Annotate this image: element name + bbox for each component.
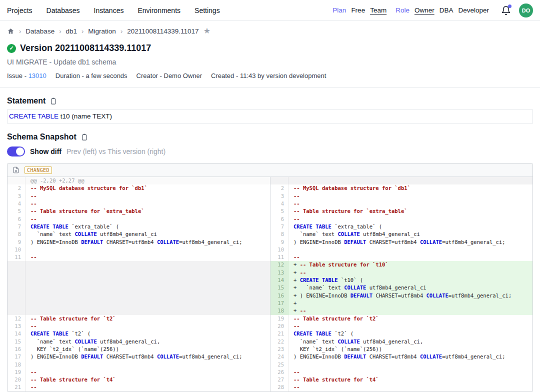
diff-line-number: 13 [270, 269, 288, 276]
code-token: -- [300, 270, 306, 276]
file-icon [12, 166, 20, 174]
duration-meta: Duration - a few seconds [56, 72, 128, 80]
nav-item-projects[interactable]: Projects [7, 6, 32, 14]
code-token: ) ENGINE=InnoDB [30, 354, 81, 360]
copy-statement-icon[interactable] [50, 98, 57, 105]
plan-options: FreeTeam [351, 6, 386, 14]
code-token: `t10` ( [338, 277, 364, 283]
code-token: -- Table structure for `t2` [30, 316, 116, 322]
diff-line-code: -- Table structure for `extra_table` [288, 208, 532, 215]
breadcrumb-item-3[interactable]: Migration [88, 28, 116, 35]
diff-line-number: 12 [270, 261, 288, 268]
diff-line-number: 4 [8, 200, 26, 208]
diff-line-code: `name` text COLLATE utf8mb4_general_ci, [288, 338, 532, 346]
code-token: -- MySQL database structure for `db1` [30, 185, 148, 191]
code-token: ) ENGINE=InnoDB [294, 354, 344, 360]
diff-row: 27-- Table structure for `t4` [270, 376, 532, 384]
issue-label: Issue - [7, 72, 26, 80]
breadcrumb-item-2[interactable]: db1 [66, 28, 77, 35]
breadcrumb-item-4[interactable]: 20211008114339.11017 [127, 28, 198, 35]
diff-row: 3-- [8, 192, 270, 200]
diff-line-code: KEY `t2_idx` (`name`(256)) [26, 346, 270, 353]
code-token: COLLATE [426, 292, 448, 298]
code-token: CREATE TABLE [30, 224, 68, 230]
code-token: CHARSET=utf8mb4 [366, 239, 420, 245]
diff-row: 19-- [8, 368, 270, 376]
code-token: -- [30, 323, 37, 329]
diff-line-number: 9 [8, 238, 26, 246]
diff-row: 17+ [270, 300, 532, 307]
diff-row: 8 `name` text COLLATE utf8mb4_general_ci [8, 230, 270, 238]
breadcrumb-item-1[interactable]: Database [26, 28, 54, 35]
diff-line-code: ) ENGINE=InnoDB DEFAULT CHARSET=utf8mb4 … [288, 353, 532, 360]
home-icon[interactable] [7, 28, 14, 35]
diff-pane-prev: @@ -2,20 +2,27 @@2-- MySQL database stru… [8, 177, 270, 392]
code-token: + [294, 270, 300, 276]
diff-line-number: 4 [270, 200, 288, 208]
copy-snapshot-icon[interactable] [80, 134, 88, 141]
toggle-knob [16, 148, 24, 156]
diff-line-number: 8 [8, 230, 26, 238]
diff-line-code: -- [26, 192, 270, 200]
role-option-dba[interactable]: DBA [440, 6, 454, 14]
diff-row: 6-- [270, 216, 532, 223]
diff-row: 6-- [8, 216, 270, 223]
notification-bell-icon[interactable] [501, 6, 511, 16]
creator-meta: Creator - Demo Owner [136, 72, 202, 80]
diff-line-number: 17 [8, 353, 26, 360]
diff-line-number: 25 [270, 361, 288, 368]
nav-item-instances[interactable]: Instances [94, 6, 124, 14]
diff-line-code: -- [26, 254, 270, 261]
issue-link[interactable]: 13010 [28, 72, 46, 80]
nav-item-databases[interactable]: Databases [46, 6, 80, 14]
diff-line-number: 21 [8, 384, 26, 391]
code-token: -- [294, 254, 300, 260]
diff-line-number: 5 [270, 208, 288, 215]
code-token: CHARSET=utf8mb4 [366, 354, 420, 360]
code-token: + [294, 300, 296, 306]
code-token: COLLATE [157, 239, 179, 245]
breadcrumb-separator: › [120, 28, 122, 35]
diff-line-number [8, 269, 26, 276]
breadcrumb-separator: › [59, 28, 61, 35]
nav-item-settings[interactable]: Settings [194, 6, 220, 14]
snapshot-section-head: Schema Snapshot [0, 124, 540, 142]
diff-row [270, 177, 532, 184]
diff-line-number: 5 [8, 208, 26, 215]
diff-line-number: 23 [270, 346, 288, 353]
code-token: KEY `t2_idx` (`name`(256)) [30, 346, 119, 352]
avatar[interactable]: DO [519, 4, 533, 18]
diff-line-number [8, 261, 26, 268]
diff-line-code [26, 246, 270, 254]
diff-line-number: 2 [8, 184, 26, 192]
diff-line-code: -- [288, 192, 532, 200]
diff-row: 24) ENGINE=InnoDB DEFAULT CHARSET=utf8mb… [270, 353, 532, 360]
plan-option-team[interactable]: Team [370, 6, 386, 14]
diff-line-code: -- Table structure for `extra_table` [26, 208, 270, 215]
diff-row: 21-- [8, 384, 270, 391]
diff-line-code: `name` text COLLATE utf8mb4_general_ci, [26, 338, 270, 346]
code-token: COLLATE [157, 354, 179, 360]
favorite-star-icon[interactable]: ★ [204, 27, 210, 35]
diff-row: 13+ -- [270, 269, 532, 276]
diff-row [8, 276, 270, 284]
role-option-developer[interactable]: Developer [458, 6, 489, 14]
diff-line-code: -- [26, 368, 270, 376]
nav-item-environments[interactable]: Environments [138, 6, 180, 14]
code-token: KEY `t2_idx` (`name`(256)) [294, 346, 382, 352]
code-token: COLLATE [420, 354, 442, 360]
code-token: CHARSET=utf8mb4 [372, 292, 426, 298]
plan-option-free[interactable]: Free [351, 6, 365, 14]
diff-line-code [26, 261, 270, 268]
diff-line-code: + -- [288, 307, 532, 314]
code-token: -- [294, 216, 300, 222]
diff-row: 20-- Table structure for `t4` [8, 376, 270, 384]
diff-line-code: ) ENGINE=InnoDB DEFAULT CHARSET=utf8mb4 … [288, 238, 532, 246]
code-token: -- Table structure for `t2` [294, 316, 379, 322]
diff-line-code: -- Table structure for `t4` [26, 376, 270, 384]
code-token: COLLATE [344, 284, 366, 290]
role-option-owner[interactable]: Owner [414, 6, 434, 14]
show-diff-toggle[interactable] [7, 146, 25, 156]
changed-badge: CHANGED [24, 166, 52, 174]
diff-line-code: `name` text COLLATE utf8mb4_general_ci [288, 230, 532, 238]
